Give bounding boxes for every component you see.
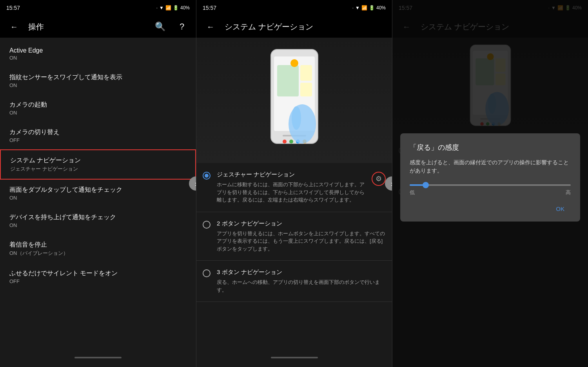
status-bar-1: 15:57 · ▼ 📶 🔋 40%: [0, 0, 196, 16]
nav-option-title-3btn: 3 ボタン ナビゲーション: [217, 269, 386, 276]
dialog-ok-button[interactable]: OK: [550, 202, 571, 215]
settings-item-title-4: カメラの切り替え: [9, 128, 187, 136]
battery-icon-1: 🔋: [173, 5, 179, 11]
dot-icon-2: ·: [352, 5, 354, 11]
settings-item-sub-3: ON: [9, 110, 187, 116]
settings-item-system-nav[interactable]: システム ナビゲーション ジェスチャー ナビゲーション: [0, 149, 196, 180]
status-icons-1: · ▼ 📶 🔋 40%: [156, 5, 190, 11]
nav-option-content-gesture: ジェスチャー ナビゲーション ホームに移動するには、画面の下部から上にスワイプし…: [217, 171, 365, 204]
slider-labels: 低 高: [410, 189, 571, 196]
nav-illustration: [196, 38, 392, 163]
nav-option-content-2btn: 2 ボタン ナビゲーション アプリを切り替えるには、ホームボタンを上にスワイプし…: [217, 220, 386, 253]
nav-option-title-2btn: 2 ボタン ナビゲーション: [217, 220, 386, 227]
bottom-bar-1: [0, 348, 196, 367]
settings-item-double-tap[interactable]: 画面をダブルタップして通知をチェック ON: [0, 180, 196, 207]
settings-list: Active Edge ON 指紋センサーをスワイプして通知を表示 ON カメラ…: [0, 38, 196, 348]
settings-item-active-edge[interactable]: Active Edge ON: [0, 41, 196, 67]
sensitivity-slider-container: 低 高: [410, 184, 571, 196]
settings-item-title-5: システム ナビゲーション: [10, 156, 186, 165]
dialog-desc: 感度を上げると、画面の縁付近でのアプリの操作に影響することがあります。: [410, 158, 571, 175]
svg-rect-4: [300, 83, 312, 96]
home-indicator-2: [271, 357, 318, 358]
nav-option-content-3btn: 3 ボタン ナビゲーション 戻る、ホームへの移動、アプリの切り替えを画面下部のボ…: [217, 269, 386, 294]
nav-options-list: ジェスチャー ナビゲーション ホームに移動するには、画面の下部から上にスワイプし…: [196, 163, 392, 348]
settings-item-camera-launch[interactable]: カメラの起動 ON: [0, 94, 196, 122]
slider-track[interactable]: [410, 184, 571, 186]
nav-option-gesture[interactable]: ジェスチャー ナビゲーション ホームに移動するには、画面の下部から上にスワイプし…: [196, 163, 392, 212]
bottom-bar-2: [196, 348, 392, 367]
slider-high-label: 高: [566, 189, 571, 196]
settings-item-title-6: 画面をダブルタップして通知をチェック: [9, 186, 187, 194]
gear-icon[interactable]: ⚙: [372, 172, 386, 186]
battery-icon-2: 🔋: [369, 5, 375, 11]
nav-option-desc-2btn: アプリを切り替えるには、ホームボタンを上にスワイプします。すべてのアプリを表示す…: [217, 230, 386, 253]
settings-item-silent[interactable]: ふせるだけでサイレント モードをオン OFF: [0, 263, 196, 291]
settings-item-sub-5: ジェスチャー ナビゲーション: [10, 165, 186, 173]
settings-item-title-2: 指紋センサーをスワイプして通知を表示: [9, 73, 187, 82]
slider-thumb[interactable]: [423, 182, 429, 188]
back-button-1[interactable]: ←: [6, 19, 22, 35]
settings-item-title-8: 着信音を停止: [9, 241, 187, 249]
settings-item-sub-8: ON（バイブレーション）: [9, 250, 187, 257]
radio-2btn[interactable]: [203, 221, 211, 229]
phone-svg: [263, 45, 326, 155]
settings-item-camera-switch[interactable]: カメラの切り替え OFF: [0, 122, 196, 149]
status-icons-2: · ▼ 📶 🔋 40%: [352, 5, 386, 11]
svg-rect-3: [300, 65, 312, 81]
settings-item-title-3: カメラの起動: [9, 101, 187, 109]
panel-system-nav: 15:57 · ▼ 📶 🔋 40% ← システム ナビゲーション: [196, 0, 392, 367]
dialog-title: 「戻る」の感度: [410, 143, 571, 152]
radio-gesture[interactable]: [203, 172, 211, 180]
dot-icon-1: ·: [156, 5, 158, 11]
nav-option-3btn[interactable]: 3 ボタン ナビゲーション 戻る、ホームへの移動、アプリの切り替えを画面下部のボ…: [196, 261, 392, 302]
settings-item-title: Active Edge: [9, 47, 187, 54]
status-time-2: 15:57: [203, 5, 216, 11]
status-bar-2: 15:57 · ▼ 📶 🔋 40%: [196, 0, 392, 16]
settings-item-title-9: ふせるだけでサイレント モードをオン: [9, 269, 187, 278]
settings-item-lift[interactable]: デバイスを持ち上げて通知をチェック ON: [0, 207, 196, 234]
svg-point-7: [283, 140, 287, 144]
battery-text-2: 40%: [376, 5, 386, 11]
svg-point-12: [292, 106, 301, 130]
wifi-icon-2: ▼: [355, 5, 360, 11]
signal-icon-2: 📶: [361, 5, 367, 11]
top-bar-1: ← 操作 🔍 ?: [0, 16, 196, 38]
settings-item-sub-7: ON: [9, 222, 187, 228]
svg-point-5: [290, 59, 298, 67]
nav-option-title-gesture: ジェスチャー ナビゲーション: [217, 171, 365, 178]
settings-item-fingerprint[interactable]: 指紋センサーをスワイプして通知を表示 ON: [0, 67, 196, 94]
settings-item-ringtone[interactable]: 着信音を停止 ON（バイブレーション）: [0, 234, 196, 263]
page-title-2: システム ナビゲーション: [225, 22, 386, 32]
dialog-actions: OK: [410, 202, 571, 215]
home-indicator-1: [74, 357, 122, 358]
battery-text-1: 40%: [180, 5, 190, 11]
settings-item-sub-9: OFF: [9, 278, 187, 284]
wifi-icon-1: ▼: [159, 5, 164, 11]
settings-item-title-7: デバイスを持ち上げて通知をチェック: [9, 213, 187, 222]
top-bar-2: ← システム ナビゲーション: [196, 16, 392, 38]
back-sensitivity-dialog: 「戻る」の感度 感度を上げると、画面の縁付近でのアプリの操作に影響することがあり…: [400, 133, 580, 222]
settings-item-sub: ON: [9, 55, 187, 61]
panel-dialog: 15:57 · ▼ 📶 🔋 40% ← システム ナビゲーション: [392, 0, 588, 367]
help-button[interactable]: ?: [174, 19, 190, 35]
page-title-1: 操作: [28, 22, 146, 32]
status-time-1: 15:57: [6, 5, 20, 11]
svg-point-8: [289, 140, 293, 144]
search-button[interactable]: 🔍: [152, 19, 168, 35]
nav-option-2btn[interactable]: 2 ボタン ナビゲーション アプリを切り替えるには、ホームボタンを上にスワイプし…: [196, 212, 392, 261]
settings-item-sub-6: ON: [9, 195, 187, 201]
radio-3btn[interactable]: [203, 269, 211, 277]
back-button-2[interactable]: ←: [203, 19, 218, 35]
svg-rect-2: [277, 65, 299, 96]
settings-item-sub-2: ON: [9, 82, 187, 88]
settings-item-sub-4: OFF: [9, 137, 187, 143]
nav-option-desc-3btn: 戻る、ホームへの移動、アプリの切り替えを画面下部のボタンで行います。: [217, 278, 386, 294]
signal-icon-1: 📶: [165, 5, 171, 11]
panel-settings: 15:57 · ▼ 📶 🔋 40% ← 操作 🔍 ? Active Edge O…: [0, 0, 196, 367]
nav-option-desc-gesture: ホームに移動するには、画面の下部から上にスワイプします。アプリを切り替えるには、…: [217, 181, 365, 204]
slider-low-label: 低: [410, 189, 415, 196]
